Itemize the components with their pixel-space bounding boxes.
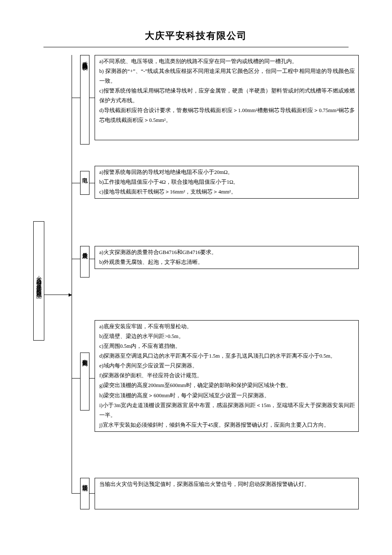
content-resistance: a)报警系统每回路的导线对地绝缘电阻不应小于20mΩ。 b)工作接地电阻值应小于… [95,166,359,199]
item: d)导线截面积应符合设计要求，管敷铜芯导线截面积应＞1.00mm²槽敷铜芯导线截… [99,106,355,125]
connector [89,493,95,494]
connector [72,183,80,183]
connector [89,378,95,379]
flow-diagram: 火灾自动报警系统质量检验流程图 系统布线及线路敷设 a)不同系统、电压等级，电流… [33,55,359,520]
item: b)外观质量无腐蚀、起泡，文字标志清晰。 [99,257,355,267]
connector [89,183,95,183]
connector [72,378,80,379]
item: b) 探测器的“+”、“-”线或其余线应根据不同用途采用其它颜色区分，但同一工程… [99,66,355,86]
item: c)接地导线截面积干线铜芯＞16mm²，支线铜芯＞4mm²。 [99,187,355,197]
section-label-alarm: 报警功能 [80,478,89,509]
section-label-install: 安装部位间距 [80,353,89,410]
item: a)报警系统每回路的导线对地绝缘电阻不应小于20mΩ。 [99,168,355,177]
item: c)至周围0.5m内，不应有遮挡物。 [99,341,355,351]
content-alarm: 当输出火灾信号到达预定值时，探测器应输出火警信号，同时启动探测器报警确认灯。 [95,478,359,509]
item: c)报警系统传输线采用铜芯绝缘导线时，应穿金属管，硬质（半硬质）塑料管或封闭式线… [99,86,355,106]
connector [72,98,80,98]
item: f)探测器保护面积、半径应符合设计规范。 [99,371,355,381]
root-arrow [44,295,72,295]
page: 大庆平安科技有限公司 火灾自动报警系统质量检验流程图 系统布线及线路敷设 a)不… [0,0,392,537]
connector [72,493,80,494]
item: b)至墙壁、梁边的水平间距>0.5m。 [99,332,355,341]
item: e)域内每个房间至少应设置一只探测器。 [99,361,355,371]
item: a)底座安装应牢固，不应有明显松动。 [99,322,355,332]
trunk-line [72,55,72,493]
item: h)梁突出顶棚的高度＞600mm时，每个梁间区域至少设置一只探测器。 [99,391,355,401]
item: a)不同系统、电压等级，电流类别的线路不应穿在同一管内或线槽的同一槽孔内。 [99,57,355,66]
item: a)火灾探测器的质量符合GB4716和GB4716要求。 [99,248,355,257]
content-quality: a)火灾探测器的质量符合GB4716和GB4716要求。 b)外观质量无腐蚀、起… [95,246,359,269]
connector [89,259,95,259]
item: j)宜水平安装如必须倾斜时，倾斜角不应大于45度。探测器报警确认灯，应面向主要入… [99,420,355,430]
company-header: 大庆平安科技有限公司 [33,27,359,47]
item: d)探测器至空调送风口边的水平距离不应小于1.5m，至多孔送风顶孔口的水平距离不… [99,351,355,361]
section-label-wiring: 系统布线及线路敷设 [80,55,89,145]
content-wiring: a)不同系统、电压等级，电流类别的线路不应穿在同一管内或线槽的同一槽孔内。 b)… [95,55,359,140]
item: b)工作接地电阻值应小于4Ω，联合接地电阻值应小于1Ω。 [99,177,355,187]
section-label-resistance: 电阻 [80,171,89,195]
item: g)梁突出顶棚的高度200mm至600mm时，确定梁的影响和保护梁间区域块个数。 [99,381,355,390]
connector [72,259,80,259]
root-title: 火灾自动报警系统质量检验流程图 [34,271,44,290]
item: i)小于3m宽内走道顶棚设置探测器宜居中布置，感温探测器间距＜15m，至端墙不应… [99,401,355,420]
item: 当输出火灾信号到达预定值时，探测器应输出火警信号，同时启动探测器报警确认灯。 [99,480,355,489]
root-title-box: 火灾自动报警系统质量检验流程图 [33,221,44,341]
content-install: a)底座安装应牢固，不应有明显松动。 b)至墙壁、梁边的水平间距>0.5m。 c… [95,320,359,432]
section-label-quality: 质量外观 [80,246,89,278]
connector [89,98,95,98]
